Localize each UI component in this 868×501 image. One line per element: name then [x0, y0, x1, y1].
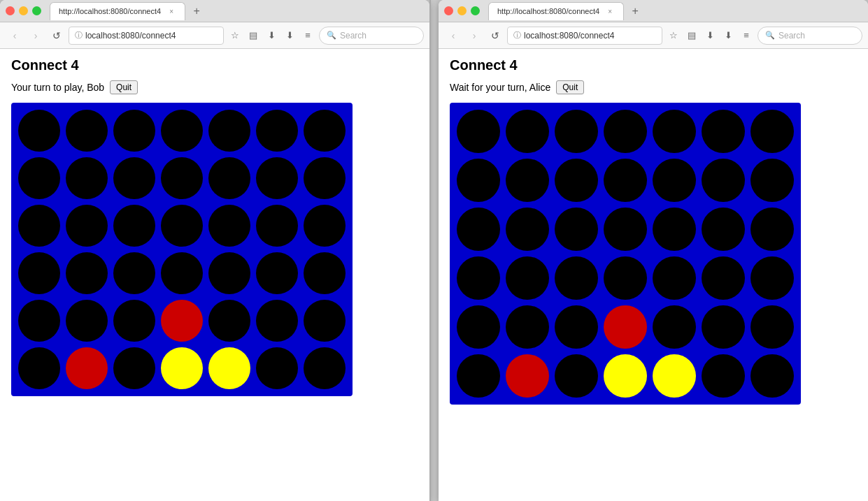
board-cell-0-3[interactable] [161, 110, 203, 152]
left-tab-close-icon[interactable]: × [166, 6, 176, 16]
board-cell-2-6[interactable] [750, 208, 794, 251]
board-cell-5-6[interactable] [304, 347, 346, 389]
board-cell-2-2[interactable] [113, 205, 155, 247]
board-cell-0-3[interactable] [604, 110, 647, 153]
board-cell-2-0[interactable] [18, 205, 60, 247]
board-cell-3-3[interactable] [161, 252, 203, 294]
board-cell-3-0[interactable] [18, 252, 60, 294]
board-cell-2-3[interactable] [161, 205, 203, 247]
left-more-icon[interactable]: ≡ [299, 27, 316, 44]
right-pocket-icon[interactable]: ⬇ [702, 27, 718, 44]
board-cell-3-4[interactable] [208, 252, 250, 294]
right-bookmark-icon[interactable]: ☆ [665, 27, 682, 44]
board-cell-4-0[interactable] [457, 305, 500, 349]
left-reader-icon[interactable]: ▤ [245, 27, 262, 44]
board-cell-2-0[interactable] [457, 208, 500, 251]
board-cell-1-2[interactable] [113, 157, 155, 199]
board-cell-1-2[interactable] [555, 159, 598, 202]
board-cell-3-4[interactable] [653, 256, 696, 300]
left-bookmark-icon[interactable]: ☆ [227, 27, 243, 44]
left-pocket-icon[interactable]: ⬇ [263, 27, 280, 44]
board-cell-0-2[interactable] [555, 110, 598, 153]
board-cell-5-4[interactable] [653, 354, 696, 398]
board-cell-1-4[interactable] [653, 159, 696, 202]
board-cell-0-6[interactable] [750, 110, 794, 153]
board-cell-2-2[interactable] [555, 208, 598, 251]
right-minimize-button[interactable] [457, 6, 467, 15]
board-cell-3-2[interactable] [555, 256, 598, 300]
board-cell-5-1[interactable] [66, 347, 108, 389]
board-cell-0-5[interactable] [256, 110, 298, 152]
board-cell-1-0[interactable] [457, 159, 500, 202]
right-more-icon[interactable]: ≡ [738, 27, 755, 44]
board-cell-1-5[interactable] [702, 159, 745, 202]
board-cell-1-1[interactable] [66, 157, 108, 199]
right-tab-close-icon[interactable]: × [605, 6, 615, 16]
left-search-bar[interactable]: 🔍 Search [319, 27, 424, 45]
board-cell-2-3[interactable] [604, 208, 647, 251]
board-cell-0-5[interactable] [702, 110, 745, 153]
board-cell-1-4[interactable] [208, 157, 250, 199]
board-cell-5-6[interactable] [750, 354, 794, 398]
board-cell-4-3[interactable] [161, 300, 203, 342]
left-address-bar[interactable]: ⓘ localhost:8080/connect4 [69, 27, 224, 45]
board-cell-1-0[interactable] [18, 157, 60, 199]
board-cell-3-6[interactable] [750, 256, 794, 300]
board-cell-0-0[interactable] [457, 110, 500, 153]
left-minimize-button[interactable] [19, 6, 28, 15]
right-maximize-button[interactable] [471, 6, 480, 15]
board-cell-5-4[interactable] [208, 347, 250, 389]
right-reload-button[interactable]: ↺ [486, 27, 504, 45]
right-forward-button[interactable]: › [465, 27, 483, 45]
left-maximize-button[interactable] [32, 6, 41, 15]
board-cell-2-5[interactable] [256, 205, 298, 247]
board-cell-5-5[interactable] [702, 354, 745, 398]
right-address-bar[interactable]: ⓘ localhost:8080/connect4 [507, 27, 662, 45]
board-cell-4-6[interactable] [304, 300, 346, 342]
board-cell-3-0[interactable] [457, 256, 500, 300]
board-cell-5-1[interactable] [506, 354, 549, 398]
board-cell-4-4[interactable] [208, 300, 250, 342]
board-cell-3-2[interactable] [113, 252, 155, 294]
board-cell-1-3[interactable] [161, 157, 203, 199]
board-cell-5-3[interactable] [161, 347, 203, 389]
board-cell-4-5[interactable] [702, 305, 745, 349]
left-back-button[interactable]: ‹ [6, 27, 24, 45]
board-cell-1-5[interactable] [256, 157, 298, 199]
board-cell-3-1[interactable] [506, 256, 549, 300]
right-board[interactable] [450, 103, 801, 405]
board-cell-5-0[interactable] [457, 354, 500, 398]
right-search-bar[interactable]: 🔍 Search [757, 27, 862, 45]
board-cell-2-1[interactable] [506, 208, 549, 251]
board-cell-4-4[interactable] [653, 305, 696, 349]
board-cell-2-5[interactable] [702, 208, 745, 251]
left-close-button[interactable] [6, 6, 15, 15]
board-cell-2-1[interactable] [66, 205, 108, 247]
board-cell-5-2[interactable] [555, 354, 598, 398]
left-tab[interactable]: http://localhost:8080/connect4 × [50, 2, 185, 20]
board-cell-4-6[interactable] [750, 305, 794, 349]
board-cell-4-1[interactable] [506, 305, 549, 349]
left-download-icon[interactable]: ⬇ [281, 27, 298, 44]
left-quit-button[interactable]: Quit [110, 80, 138, 94]
board-cell-4-2[interactable] [113, 300, 155, 342]
board-cell-3-1[interactable] [66, 252, 108, 294]
board-cell-2-6[interactable] [304, 205, 346, 247]
board-cell-3-3[interactable] [604, 256, 647, 300]
right-back-button[interactable]: ‹ [444, 27, 462, 45]
board-cell-2-4[interactable] [208, 205, 250, 247]
board-cell-4-0[interactable] [18, 300, 60, 342]
board-cell-5-2[interactable] [113, 347, 155, 389]
right-reader-icon[interactable]: ▤ [683, 27, 700, 44]
left-reload-button[interactable]: ↺ [48, 27, 66, 45]
board-cell-5-5[interactable] [256, 347, 298, 389]
board-cell-3-6[interactable] [304, 252, 346, 294]
right-tab[interactable]: http://localhost:8080/connect4 × [488, 2, 624, 20]
board-cell-2-4[interactable] [653, 208, 696, 251]
board-cell-0-4[interactable] [653, 110, 696, 153]
board-cell-0-6[interactable] [304, 110, 346, 152]
right-close-button[interactable] [444, 6, 453, 15]
board-cell-4-3[interactable] [604, 305, 647, 349]
board-cell-0-2[interactable] [113, 110, 155, 152]
board-cell-1-1[interactable] [506, 159, 549, 202]
